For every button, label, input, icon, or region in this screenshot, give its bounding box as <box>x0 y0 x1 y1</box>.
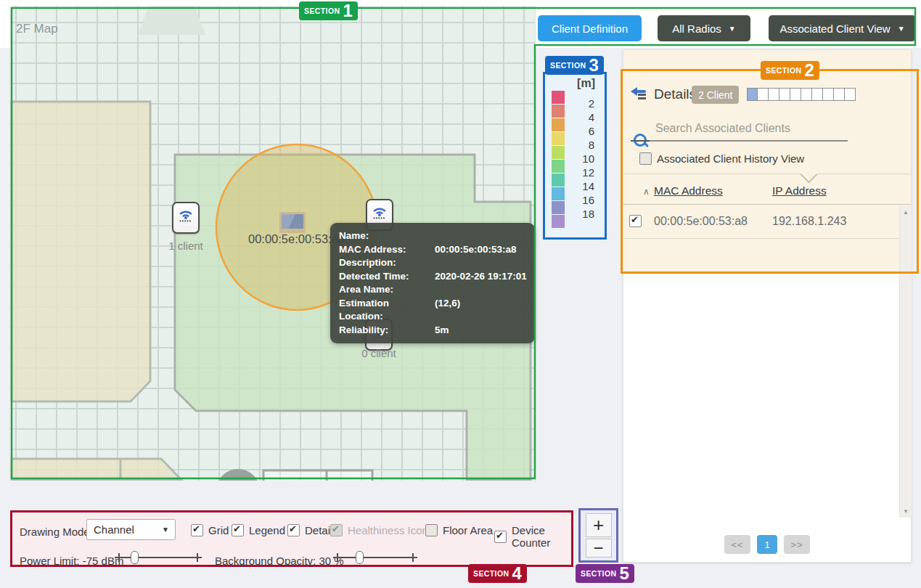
map-title: 2F Map <box>16 22 58 36</box>
legend-tick: 4 <box>573 111 594 123</box>
capacity-segment <box>845 88 856 101</box>
legend-swatch <box>552 160 565 173</box>
checkbox-box[interactable] <box>425 524 438 536</box>
floor-area-checkbox[interactable]: Floor Area <box>425 524 493 536</box>
map-zoom-controls: + − <box>578 508 618 563</box>
page-number-button[interactable]: 1 <box>757 535 777 554</box>
tooltip-value: 5m <box>435 324 449 338</box>
ap-client-count-label: 0 client <box>355 347 403 359</box>
checkbox-box[interactable] <box>191 524 203 536</box>
drawing-mode-select[interactable]: Channel ▼ <box>86 519 176 540</box>
client-device-icon[interactable] <box>279 212 306 233</box>
slider-track[interactable] <box>115 557 202 558</box>
capacity-bar <box>747 88 856 101</box>
history-view-checkbox[interactable]: Associated Client History View <box>639 152 804 165</box>
laptop-screen <box>279 212 306 230</box>
section3-badge: SECTION3 <box>545 56 604 75</box>
table-row[interactable]: 00:00:5e:00:53:a8 192.168.1.243 <box>623 205 899 239</box>
capacity-segment <box>834 88 845 101</box>
details-title: Details <box>654 86 696 102</box>
slider-thumb[interactable] <box>356 551 364 564</box>
associated-client-view-dropdown[interactable]: Associated Client View ▼ <box>769 15 916 41</box>
background-opacity-label: Background Opacity: 30 % <box>215 555 344 567</box>
dropdown-label: All Radios <box>672 23 721 35</box>
dropdown-label: Associated Client View <box>779 23 890 35</box>
client-count-badge: 2 Client <box>692 86 739 104</box>
capacity-segment <box>769 88 779 101</box>
legend-swatch <box>552 187 565 200</box>
chevron-down-icon: ▼ <box>162 526 169 534</box>
next-page-button[interactable]: >> <box>784 535 810 554</box>
legend-tick: 18 <box>573 208 594 220</box>
associated-client-panel: Details 2 Client Associated Client Histo… <box>623 49 912 563</box>
capacity-segment <box>747 88 758 101</box>
healthiness-icon-checkbox: Healthiness Icon <box>330 524 428 536</box>
tooltip-label: Estimation Location: <box>339 297 435 324</box>
checkbox-box[interactable] <box>494 531 507 543</box>
checkbox-label: Legend <box>249 524 285 536</box>
checkbox-label: Healthiness Icon <box>348 524 428 536</box>
column-header-mac[interactable]: MAC Address <box>654 184 723 197</box>
floor-room-bottom-left <box>12 459 181 480</box>
distance-legend: [m] 2 4 6 8 10 12 14 16 18 <box>543 72 607 240</box>
tooltip-label: Reliability: <box>339 324 435 338</box>
search-underline <box>631 140 848 142</box>
capacity-segment <box>758 88 769 101</box>
tooltip-value: (12,6) <box>435 297 460 324</box>
legend-checkbox[interactable]: Legend <box>232 524 285 536</box>
legend-swatch <box>552 173 565 187</box>
tooltip-label: Description: <box>339 256 435 270</box>
legend-tick: 14 <box>573 180 594 192</box>
button-label: Client Definition <box>552 23 628 35</box>
zoom-out-button[interactable]: − <box>586 539 612 558</box>
checkbox-box[interactable] <box>232 524 244 536</box>
checkbox-box[interactable] <box>639 152 652 165</box>
search-input[interactable] <box>654 121 838 136</box>
slider-thumb[interactable] <box>131 551 139 564</box>
tooltip-label: Detected Time: <box>339 270 435 284</box>
all-radios-dropdown[interactable]: All Radios ▼ <box>658 15 750 41</box>
section2-badge: SECTION2 <box>761 61 819 80</box>
capacity-segment <box>790 88 801 101</box>
legend-tick: 12 <box>573 166 594 179</box>
checkbox-box[interactable] <box>629 215 642 227</box>
checkbox-box[interactable] <box>287 524 300 536</box>
scroll-down-icon[interactable]: ▼ <box>900 508 912 515</box>
panel-scrollbar[interactable]: ▲ ▼ <box>899 206 912 518</box>
client-definition-button[interactable]: Client Definition <box>538 15 642 41</box>
section5-badge: SECTION5 <box>576 564 634 583</box>
row-select-checkbox[interactable] <box>629 215 642 227</box>
chevron-down-icon: ▼ <box>729 25 736 33</box>
floor-furniture-table <box>263 470 372 481</box>
grid-checkbox[interactable]: Grid <box>191 524 229 536</box>
capacity-segment <box>812 88 823 101</box>
capacity-segment <box>823 88 834 101</box>
legend-swatch <box>552 132 565 145</box>
section1-badge: SECTION1 <box>299 1 358 20</box>
column-header-ip[interactable]: IP Address <box>772 184 827 197</box>
device-counter-checkbox[interactable]: Device Counter <box>494 524 571 549</box>
zoom-in-button[interactable]: + <box>586 513 612 537</box>
floor-map-canvas[interactable]: 2F Map 1 client 00:00:5e:00:53:a8 <box>10 6 536 481</box>
drawing-mode-label: Drawing Mode: <box>20 526 93 538</box>
sort-asc-icon[interactable]: ∧ <box>643 187 650 197</box>
back-icon[interactable] <box>631 86 650 99</box>
power-limit-slider[interactable] <box>115 551 202 564</box>
legend-swatch <box>552 118 565 131</box>
floor-room-left <box>12 102 150 401</box>
scroll-up-icon[interactable]: ▲ <box>900 209 912 216</box>
tooltip-label: MAC Address: <box>339 243 435 257</box>
section4-badge: SECTION4 <box>468 564 527 583</box>
checkbox-label: Grid <box>208 524 229 536</box>
capacity-segment <box>801 88 812 101</box>
divider <box>623 173 911 174</box>
access-point-icon[interactable] <box>172 202 200 234</box>
legend-tick: 10 <box>573 152 594 165</box>
prev-page-button[interactable]: << <box>724 535 750 554</box>
tooltip-label: Name: <box>339 229 435 243</box>
legend-swatch <box>552 105 565 118</box>
legend-swatch <box>552 201 565 214</box>
slider-track[interactable] <box>333 557 417 558</box>
background-opacity-slider[interactable] <box>333 551 417 564</box>
screen: 2F Map 1 client 00:00:5e:00:53:a8 <box>0 0 921 588</box>
